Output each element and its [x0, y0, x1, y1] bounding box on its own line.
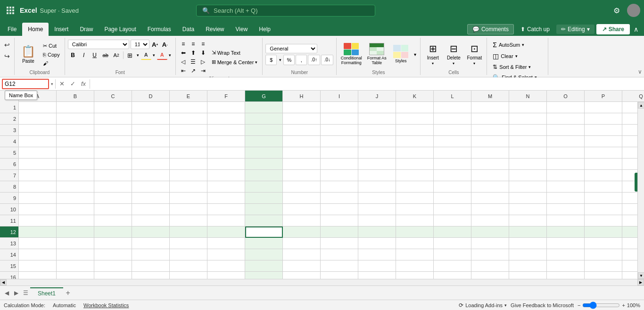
cell-N6[interactable]: [509, 159, 547, 170]
cell-F7[interactable]: [207, 170, 245, 181]
cell-O9[interactable]: [547, 193, 585, 204]
cell-E15[interactable]: [170, 260, 207, 272]
cell-I5[interactable]: [321, 147, 358, 159]
row-num-15[interactable]: 15: [0, 260, 19, 272]
h-scroll-right[interactable]: ▶: [637, 279, 644, 285]
cell-A9[interactable]: [19, 193, 57, 204]
conditional-formatting-button[interactable]: ConditionalFormatting: [339, 42, 363, 67]
format-as-table-button[interactable]: Format AsTable: [365, 42, 388, 67]
cell-P15[interactable]: [585, 260, 622, 272]
cell-O1[interactable]: [547, 102, 585, 113]
col-header-G[interactable]: G: [245, 91, 283, 101]
cell-Q14[interactable]: [622, 249, 637, 260]
cell-M4[interactable]: [471, 136, 509, 147]
cell-J3[interactable]: [358, 125, 396, 136]
cell-L8[interactable]: [434, 181, 471, 193]
increase-font-button[interactable]: A+: [151, 40, 159, 49]
borders-button[interactable]: ⊞: [125, 50, 135, 60]
cell-M6[interactable]: [471, 159, 509, 170]
row-num-13[interactable]: 13: [0, 238, 19, 249]
cell-H16[interactable]: [283, 272, 321, 279]
cell-A11[interactable]: [19, 215, 57, 226]
cell-M7[interactable]: [471, 170, 509, 181]
cell-Q9[interactable]: [622, 193, 637, 204]
cell-P8[interactable]: [585, 181, 622, 193]
col-header-B[interactable]: B: [57, 91, 94, 101]
row-num-5[interactable]: 5: [0, 147, 19, 159]
cell-A12[interactable]: [19, 226, 57, 238]
cell-E7[interactable]: [170, 170, 207, 181]
cell-G14[interactable]: [245, 249, 283, 260]
settings-icon[interactable]: ⚙: [610, 4, 623, 17]
cell-L3[interactable]: [434, 125, 471, 136]
cell-B2[interactable]: [57, 113, 94, 125]
cell-I6[interactable]: [321, 159, 358, 170]
cell-C12[interactable]: [94, 226, 132, 238]
redo-button[interactable]: ↪: [2, 51, 12, 61]
cell-P5[interactable]: [585, 147, 622, 159]
cell-N10[interactable]: [509, 204, 547, 215]
cell-K12[interactable]: [396, 226, 434, 238]
cell-P14[interactable]: [585, 249, 622, 260]
cell-Q11[interactable]: [622, 215, 637, 226]
wrap-text-button[interactable]: ⇲ Wrap Text: [210, 49, 260, 57]
cell-L1[interactable]: [434, 102, 471, 113]
cell-O15[interactable]: [547, 260, 585, 272]
cell-F10[interactable]: [207, 204, 245, 215]
cell-D2[interactable]: [132, 113, 170, 125]
cell-A3[interactable]: [19, 125, 57, 136]
orientation[interactable]: ↗: [189, 67, 198, 75]
cell-L16[interactable]: [434, 272, 471, 279]
copy-button[interactable]: ⎘ Copy: [41, 51, 62, 59]
cell-A8[interactable]: [19, 181, 57, 193]
col-header-L[interactable]: L: [434, 91, 471, 101]
cell-A15[interactable]: [19, 260, 57, 272]
cell-P2[interactable]: [585, 113, 622, 125]
align-top-center[interactable]: ≡: [189, 40, 198, 48]
cell-D16[interactable]: [132, 272, 170, 279]
cell-N9[interactable]: [509, 193, 547, 204]
cell-Q15[interactable]: [622, 260, 637, 272]
cell-G1[interactable]: [245, 102, 283, 113]
cell-G5[interactable]: [245, 147, 283, 159]
cell-B16[interactable]: [57, 272, 94, 279]
cell-I10[interactable]: [321, 204, 358, 215]
cell-K6[interactable]: [396, 159, 434, 170]
cell-J14[interactable]: [358, 249, 396, 260]
cell-O4[interactable]: [547, 136, 585, 147]
cell-M2[interactable]: [471, 113, 509, 125]
cell-C5[interactable]: [94, 147, 132, 159]
cell-Q2[interactable]: [622, 113, 637, 125]
cell-D7[interactable]: [132, 170, 170, 181]
cell-D9[interactable]: [132, 193, 170, 204]
cell-L12[interactable]: [434, 226, 471, 238]
cell-B15[interactable]: [57, 260, 94, 272]
row-num-9[interactable]: 9: [0, 193, 19, 204]
cell-B4[interactable]: [57, 136, 94, 147]
subscript-button[interactable]: A2: [111, 50, 122, 60]
cell-L11[interactable]: [434, 215, 471, 226]
tab-view[interactable]: View: [230, 23, 254, 36]
row-num-3[interactable]: 3: [0, 125, 19, 136]
row-num-1[interactable]: 1: [0, 102, 19, 113]
cell-C14[interactable]: [94, 249, 132, 260]
cell-P13[interactable]: [585, 238, 622, 249]
cell-C13[interactable]: [94, 238, 132, 249]
row-num-8[interactable]: 8: [0, 181, 19, 193]
col-header-P[interactable]: P: [585, 91, 622, 101]
cell-H14[interactable]: [283, 249, 321, 260]
cell-N16[interactable]: [509, 272, 547, 279]
cell-K10[interactable]: [396, 204, 434, 215]
cell-L2[interactable]: [434, 113, 471, 125]
cell-A1[interactable]: [19, 102, 57, 113]
cell-P1[interactable]: [585, 102, 622, 113]
cell-B8[interactable]: [57, 181, 94, 193]
cell-P3[interactable]: [585, 125, 622, 136]
cell-K13[interactable]: [396, 238, 434, 249]
col-header-M[interactable]: M: [471, 91, 509, 101]
cell-K1[interactable]: [396, 102, 434, 113]
dollar-button[interactable]: $: [265, 55, 277, 65]
comments-button[interactable]: 💬 Comments: [467, 24, 514, 34]
cut-button[interactable]: ✂ Cut: [41, 42, 62, 50]
cell-B14[interactable]: [57, 249, 94, 260]
